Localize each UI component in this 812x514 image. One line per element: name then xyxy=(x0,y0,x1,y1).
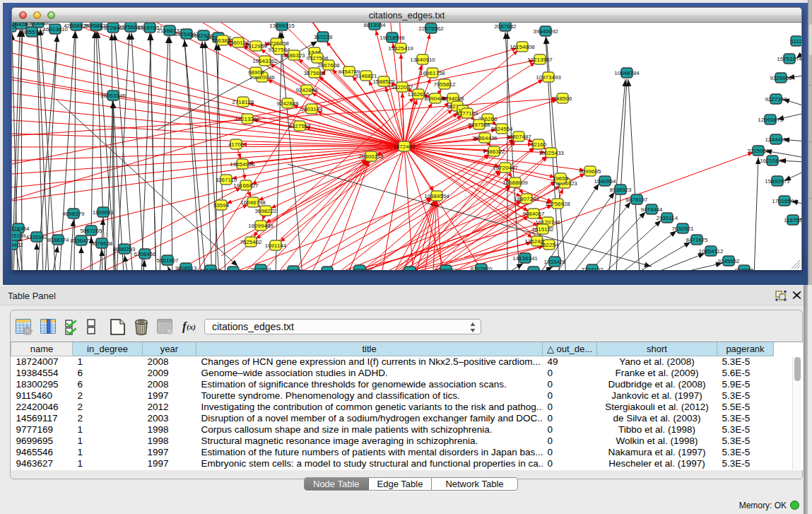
svg-text:17016504: 17016504 xyxy=(772,198,797,204)
svg-text:1640954: 1640954 xyxy=(594,178,616,185)
svg-text:9329966: 9329966 xyxy=(770,75,792,81)
svg-text:1872400: 1872400 xyxy=(393,144,416,150)
svg-text:41700: 41700 xyxy=(228,141,245,148)
svg-text:8090293: 8090293 xyxy=(113,246,136,252)
svg-text:5437923: 5437923 xyxy=(399,269,421,271)
svg-text:15720407: 15720407 xyxy=(493,165,518,171)
svg-text:3875685: 3875685 xyxy=(303,70,326,76)
svg-text:8707870: 8707870 xyxy=(470,266,493,271)
svg-text:16046798: 16046798 xyxy=(240,199,266,206)
svg-text:12213369: 12213369 xyxy=(235,116,260,122)
svg-text:2087682: 2087682 xyxy=(494,23,517,30)
svg-text:13640910: 13640910 xyxy=(410,57,435,63)
svg-text:9245652: 9245652 xyxy=(717,258,740,264)
svg-text:22575562: 22575562 xyxy=(418,25,444,32)
svg-text:25300215: 25300215 xyxy=(358,153,384,160)
svg-text:10807487: 10807487 xyxy=(506,134,531,140)
svg-text:12213967: 12213967 xyxy=(527,57,553,63)
svg-text:1244415: 1244415 xyxy=(765,136,787,143)
svg-text:23055713: 23055713 xyxy=(19,29,45,35)
svg-text:2718126: 2718126 xyxy=(232,99,254,105)
svg-text:19653: 19653 xyxy=(553,175,569,182)
svg-text:13999315: 13999315 xyxy=(269,23,295,29)
svg-text:6708456: 6708456 xyxy=(134,251,156,257)
svg-text:748506: 748506 xyxy=(553,95,572,102)
svg-text:10973493: 10973493 xyxy=(536,74,561,81)
svg-text:357228: 357228 xyxy=(314,34,333,40)
svg-text:3678638: 3678638 xyxy=(90,240,113,247)
svg-text:252254: 252254 xyxy=(540,242,559,248)
svg-text:924565: 924565 xyxy=(735,267,754,271)
svg-text:2714803: 2714803 xyxy=(316,269,339,271)
svg-text:3624554: 3624554 xyxy=(490,126,513,132)
svg-text:8427552: 8427552 xyxy=(288,123,311,129)
svg-text:14136141: 14136141 xyxy=(512,255,538,262)
svg-text:4903402: 4903402 xyxy=(12,242,23,248)
svg-text:19654985: 19654985 xyxy=(230,161,255,168)
svg-text:9242848: 9242848 xyxy=(295,87,318,93)
svg-text:26053346: 26053346 xyxy=(100,93,126,99)
svg-text:10025433: 10025433 xyxy=(539,150,564,156)
svg-text:9084067: 9084067 xyxy=(522,211,545,217)
svg-text:10756928: 10756928 xyxy=(545,201,570,207)
svg-text:8186323: 8186323 xyxy=(283,52,305,59)
svg-text:7374122: 7374122 xyxy=(581,267,604,271)
svg-text:8038374: 8038374 xyxy=(47,237,69,243)
svg-text:8471675: 8471675 xyxy=(686,237,708,243)
svg-text:9242848: 9242848 xyxy=(276,100,299,107)
svg-text:5322037: 5322037 xyxy=(391,84,413,90)
svg-text:2622631: 2622631 xyxy=(249,267,272,271)
svg-text:9099695: 9099695 xyxy=(579,168,601,175)
svg-text:(x): (x) xyxy=(187,322,196,332)
svg-text:1691144: 1691144 xyxy=(265,243,287,249)
svg-text:6879197: 6879197 xyxy=(625,197,648,203)
svg-text:16154808: 16154808 xyxy=(510,44,535,50)
svg-text:16210643: 16210643 xyxy=(760,158,785,164)
svg-text:9777169: 9777169 xyxy=(456,110,478,117)
svg-text:3267110: 3267110 xyxy=(216,177,237,183)
svg-text:53594: 53594 xyxy=(213,202,230,209)
svg-text:8938923: 8938923 xyxy=(609,187,632,193)
svg-text:1728977: 1728977 xyxy=(435,267,457,271)
svg-text:10648784: 10648784 xyxy=(614,70,640,76)
svg-text:13325419: 13325419 xyxy=(388,45,413,52)
svg-text:7955812: 7955812 xyxy=(433,81,456,88)
svg-text:19384554: 19384554 xyxy=(424,193,449,199)
svg-text:1109031: 1109031 xyxy=(93,209,114,216)
svg-text:7625402: 7625402 xyxy=(240,239,262,245)
svg-text:2867608: 2867608 xyxy=(317,62,340,69)
svg-text:98908: 98908 xyxy=(248,69,264,76)
svg-text:1112: 1112 xyxy=(791,38,801,45)
svg-text:9227342: 9227342 xyxy=(765,96,787,103)
svg-text:4612365: 4612365 xyxy=(199,267,222,271)
svg-text:39345092: 39345092 xyxy=(533,28,558,35)
svg-text:10654112: 10654112 xyxy=(699,248,724,255)
svg-text:16961758: 16961758 xyxy=(420,70,445,76)
svg-text:19218506: 19218506 xyxy=(379,35,405,41)
svg-text:9474444: 9474444 xyxy=(640,206,663,213)
svg-text:15751074: 15751074 xyxy=(777,56,801,62)
svg-text:7022674: 7022674 xyxy=(282,268,305,271)
svg-text:4335942: 4335942 xyxy=(25,234,48,240)
svg-text:12093873: 12093873 xyxy=(758,117,783,123)
svg-text:2935114: 2935114 xyxy=(657,215,678,221)
svg-text:20364436: 20364436 xyxy=(472,135,498,141)
svg-text:1733426: 1733426 xyxy=(543,259,566,265)
svg-text:2803144: 2803144 xyxy=(300,106,323,112)
svg-text:62160: 62160 xyxy=(531,141,547,148)
svg-text:5661907: 5661907 xyxy=(156,257,179,264)
svg-text:1615132: 1615132 xyxy=(531,226,554,233)
svg-text:4698379: 4698379 xyxy=(62,211,85,217)
svg-text:10543362: 10543362 xyxy=(252,58,278,64)
svg-text:18807249: 18807249 xyxy=(514,196,539,202)
svg-text:19166827: 19166827 xyxy=(233,182,259,189)
svg-text:7632621: 7632621 xyxy=(671,226,694,232)
svg-text:3698222: 3698222 xyxy=(254,208,277,214)
svg-text:8813054: 8813054 xyxy=(363,23,386,28)
svg-text:3608513: 3608513 xyxy=(175,265,197,271)
svg-text:6647119: 6647119 xyxy=(223,269,245,271)
svg-text:6497568: 6497568 xyxy=(468,122,490,128)
svg-text:5667265: 5667265 xyxy=(80,228,102,234)
svg-text:10688609: 10688609 xyxy=(502,180,528,186)
svg-text:8536477: 8536477 xyxy=(70,238,93,244)
